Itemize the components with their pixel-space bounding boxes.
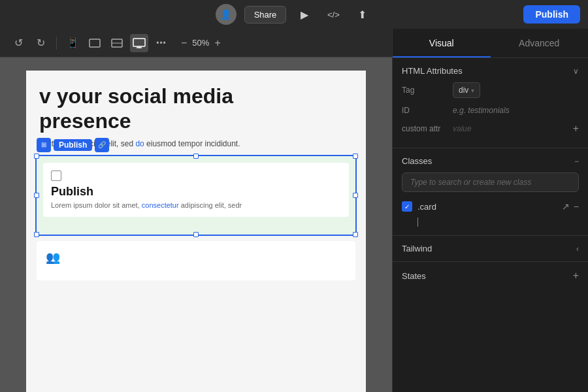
mobile-view-button[interactable]: 📱 <box>63 34 82 52</box>
zoom-out-button[interactable]: − <box>180 37 188 49</box>
zoom-control: − 50% + <box>180 37 222 49</box>
section-header-classes: Classes − <box>402 156 579 166</box>
page-preview: v your social media presence sectetur ad… <box>26 71 366 392</box>
classes-toggle[interactable]: − <box>574 157 579 166</box>
tag-arrow-icon: ▾ <box>471 87 474 94</box>
toolbar-separator-1 <box>56 37 57 50</box>
card-body-text: Lorem ipsum dolor sit amet, consectetur … <box>51 201 341 209</box>
publish-button[interactable]: Publish <box>523 5 580 24</box>
custom-attr-value: value <box>453 124 568 133</box>
text-cursor <box>417 218 418 227</box>
class-remove-button[interactable]: − <box>574 201 579 212</box>
tag-value: div <box>459 86 468 95</box>
panel-content: HTML Attributes ∨ Tag div ▾ ID <box>393 58 588 392</box>
class-actions: ↗ − <box>562 201 579 212</box>
custom-attr-row: custom attr value + <box>402 123 579 135</box>
main-layout: ↺ ↻ 📱 ••• − 50% + <box>0 29 588 392</box>
canvas-area: ↺ ↻ 📱 ••• − 50% + <box>0 29 392 392</box>
card-element[interactable]: Publish Lorem ipsum dolor sit amet, cons… <box>37 156 355 235</box>
card-title: Publish <box>51 185 341 199</box>
tab-advanced[interactable]: Advanced <box>491 29 589 57</box>
section-header-html: HTML Attributes ∨ <box>402 66 579 76</box>
page-heading: v your social media presence <box>39 84 353 134</box>
tablet-view-button[interactable] <box>86 34 104 52</box>
zoom-level: 50% <box>192 38 209 48</box>
tag-label: Tag <box>402 86 448 95</box>
play-button[interactable]: ▶ <box>294 4 315 25</box>
tab-visual[interactable]: Visual <box>393 29 491 57</box>
floating-label: ⊞ Publish 🔗 <box>37 138 109 152</box>
zoom-in-button[interactable]: + <box>213 37 221 49</box>
card-checkbox-area <box>51 171 341 181</box>
undo-button[interactable]: ↺ <box>9 34 27 52</box>
canvas-content[interactable]: v your social media presence sectetur ad… <box>0 57 392 392</box>
card-dot-left <box>35 193 39 197</box>
states-label: States <box>402 271 426 281</box>
tailwind-label: Tailwind <box>402 244 432 253</box>
code-button[interactable]: </> <box>323 4 344 25</box>
html-attributes-title: HTML Attributes <box>402 66 463 76</box>
cursor-indicator <box>402 217 579 227</box>
share-button[interactable]: Share <box>244 6 287 24</box>
toolbar: ↺ ↻ 📱 ••• − 50% + <box>0 29 392 57</box>
custom-attr-label: custom attr <box>402 124 448 133</box>
upload-button[interactable]: ⬆ <box>351 4 372 25</box>
redo-button[interactable]: ↻ <box>31 34 50 52</box>
html-attributes-section: HTML Attributes ∨ Tag div ▾ ID <box>393 58 588 148</box>
id-row: ID <box>402 103 579 118</box>
code-icon: </> <box>327 10 340 20</box>
class-search-input[interactable] <box>402 172 579 192</box>
element-icon: ⊞ <box>37 138 51 152</box>
more-options-button[interactable]: ••• <box>152 34 171 52</box>
upload-icon: ⬆ <box>358 8 367 21</box>
play-icon: ▶ <box>301 8 308 21</box>
tailwind-chevron-icon: ‹ <box>576 244 579 253</box>
classes-title: Classes <box>402 156 432 166</box>
right-panel: Visual Advanced HTML Attributes ∨ Tag di… <box>392 29 588 392</box>
class-name-label: .card <box>417 202 557 212</box>
heading-line1: v your social media <box>39 84 233 108</box>
class-navigate-button[interactable]: ↗ <box>562 201 570 212</box>
selected-card-container[interactable]: ⊞ Publish 🔗 Pub <box>37 156 355 235</box>
id-input[interactable] <box>453 103 579 118</box>
element-label: Publish <box>54 139 92 151</box>
svg-rect-0 <box>90 39 100 47</box>
card-checkbox[interactable] <box>51 171 61 181</box>
states-add-button[interactable]: + <box>573 270 579 282</box>
class-checkbox[interactable]: ✓ <box>402 201 412 212</box>
link-icon[interactable]: 🔗 <box>95 138 109 152</box>
card-inner: Publish Lorem ipsum dolor sit amet, cons… <box>43 163 349 217</box>
class-item: ✓ .card ↗ − <box>402 199 579 214</box>
tailwind-section[interactable]: Tailwind ‹ <box>393 236 588 262</box>
desktop-view-button[interactable] <box>130 34 148 52</box>
svg-rect-3 <box>133 39 145 46</box>
add-attr-button[interactable]: + <box>573 123 579 135</box>
tablet2-view-button[interactable] <box>108 34 126 52</box>
panel-tabs: Visual Advanced <box>393 29 588 58</box>
tag-select[interactable]: div ▾ <box>453 82 480 98</box>
card-dot-right <box>353 193 357 197</box>
avatar: 👤 <box>216 4 237 25</box>
topbar: 👤 Share ▶ </> ⬆ Publish <box>0 0 588 29</box>
card-dot-bottom <box>194 233 198 237</box>
states-section[interactable]: States + <box>393 262 588 289</box>
tag-row: Tag div ▾ <box>402 82 579 98</box>
second-card[interactable]: 👥 <box>37 241 355 280</box>
heading-line2: presence <box>39 109 131 133</box>
second-card-icon: 👥 <box>46 250 346 265</box>
html-attributes-toggle[interactable]: ∨ <box>573 67 579 76</box>
classes-section: Classes − ✓ .card ↗ − <box>393 148 588 236</box>
card-dot-top <box>194 154 198 158</box>
id-label: ID <box>402 106 448 115</box>
